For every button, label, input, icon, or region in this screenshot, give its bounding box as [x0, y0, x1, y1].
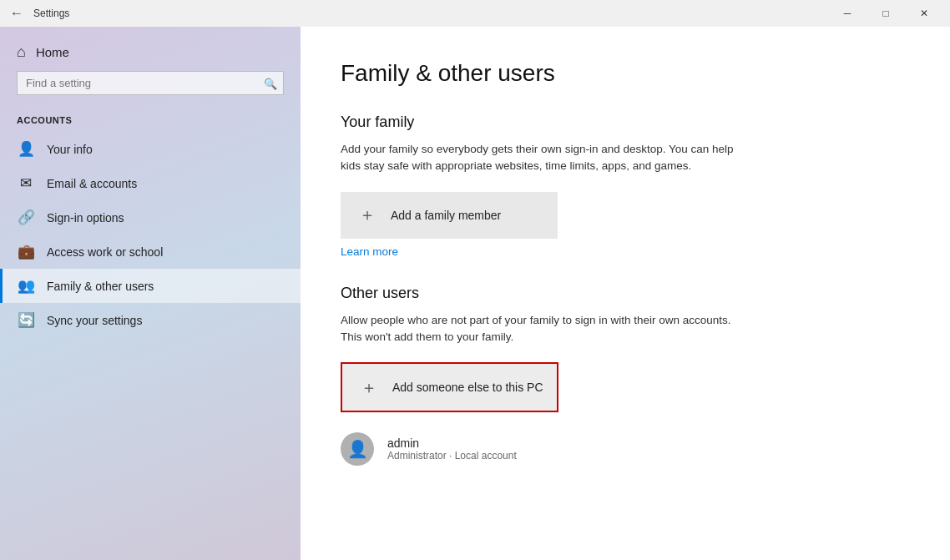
sidebar-item-sign-in[interactable]: 🔗 Sign-in options — [0, 200, 301, 235]
app-body: ⌂ Home 🔍 Accounts 👤 Your info ✉ Email & … — [0, 27, 950, 560]
sidebar-item-label: Your info — [47, 143, 93, 156]
other-users-title: Other users — [341, 285, 910, 302]
family-icon: 👥 — [17, 277, 35, 295]
other-users-desc: Allow people who are not part of your fa… — [341, 312, 750, 346]
sidebar-item-your-info[interactable]: 👤 Your info — [0, 132, 301, 166]
learn-more-link[interactable]: Learn more — [341, 245, 398, 258]
sidebar-section-title: Accounts — [0, 112, 301, 132]
title-bar: ← Settings ─ □ ✕ — [0, 0, 950, 27]
search-icon: 🔍 — [264, 77, 277, 89]
user-name: admin — [387, 436, 517, 450]
email-icon: ✉ — [17, 174, 35, 192]
add-family-icon: ＋ — [354, 202, 381, 229]
close-button[interactable]: ✕ — [905, 0, 943, 27]
your-info-icon: 👤 — [17, 140, 35, 158]
add-family-label: Add a family member — [391, 209, 501, 222]
add-family-member-button[interactable]: ＋ Add a family member — [341, 192, 558, 239]
home-icon: ⌂ — [17, 43, 26, 61]
sidebar-home-button[interactable]: ⌂ Home — [0, 27, 301, 71]
add-other-label: Add someone else to this PC — [392, 381, 543, 394]
user-item[interactable]: 👤 admin Administrator · Local account — [341, 432, 910, 466]
access-work-icon: 💼 — [17, 243, 35, 260]
avatar-icon: 👤 — [347, 439, 368, 459]
sidebar-item-family-users[interactable]: 👥 Family & other users — [0, 269, 301, 303]
sidebar-item-label: Sign-in options — [47, 211, 124, 225]
sidebar-item-sync[interactable]: 🔄 Sync your settings — [0, 303, 301, 337]
content-area: Family & other users Your family Add you… — [301, 27, 950, 560]
sidebar-item-label: Email & accounts — [47, 177, 137, 190]
your-family-desc: Add your family so everybody gets their … — [341, 141, 750, 175]
sidebar: ⌂ Home 🔍 Accounts 👤 Your info ✉ Email & … — [0, 27, 301, 560]
add-user-icon: ＋ — [356, 374, 382, 401]
home-label: Home — [36, 45, 69, 59]
user-role: Administrator · Local account — [387, 450, 517, 462]
sidebar-item-label: Family & other users — [47, 280, 154, 293]
sidebar-item-label: Access work or school — [47, 245, 163, 259]
page-title: Family & other users — [341, 60, 910, 87]
back-button[interactable]: ← — [7, 3, 27, 23]
your-family-title: Your family — [341, 114, 910, 131]
sidebar-item-email-accounts[interactable]: ✉ Email & accounts — [0, 166, 301, 200]
sign-in-icon: 🔗 — [17, 209, 35, 226]
avatar: 👤 — [341, 432, 374, 466]
user-info: admin Administrator · Local account — [387, 436, 517, 462]
window-controls: ─ □ ✕ — [828, 0, 943, 27]
search-container: 🔍 — [17, 71, 284, 95]
sidebar-item-label: Sync your settings — [47, 314, 142, 327]
sync-icon: 🔄 — [17, 311, 35, 329]
app-title: Settings — [33, 8, 828, 19]
search-input[interactable] — [17, 71, 284, 95]
add-other-user-button[interactable]: ＋ Add someone else to this PC — [341, 362, 558, 412]
minimize-button[interactable]: ─ — [828, 0, 867, 27]
maximize-button[interactable]: □ — [867, 0, 905, 27]
sidebar-item-access-work[interactable]: 💼 Access work or school — [0, 235, 301, 269]
